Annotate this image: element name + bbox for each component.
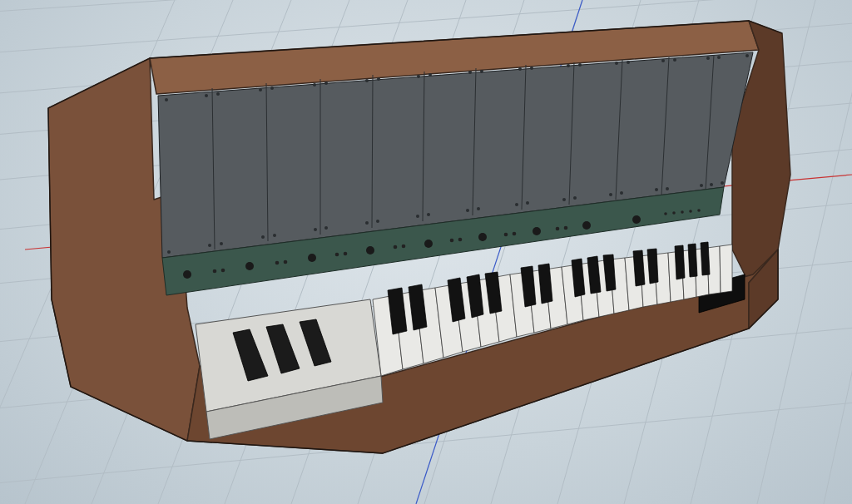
jack-rail-region[interactable] [162, 187, 728, 299]
control-lever-region[interactable] [196, 299, 383, 441]
cad-viewport[interactable] [0, 0, 852, 504]
